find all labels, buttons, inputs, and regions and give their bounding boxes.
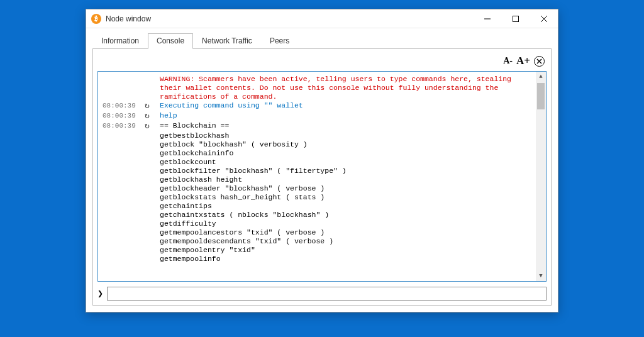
help-command: getmempooldescendants "txid" ( verbose ) (160, 237, 532, 246)
svg-rect-1 (513, 16, 518, 21)
help-command: getblockchaininfo (160, 149, 532, 158)
window-title: Node window (106, 14, 151, 23)
help-command: getbestblockhash (160, 131, 532, 140)
help-command: getblock "blockhash" ( verbosity ) (160, 140, 532, 149)
scroll-down-icon[interactable]: ▼ (536, 271, 546, 281)
console-message: help (160, 111, 532, 120)
tab-network-traffic[interactable]: Network Traffic (193, 33, 261, 49)
command-input-row: ❯ (97, 287, 547, 301)
help-command: getmempoolancestors "txid" ( verbose ) (160, 228, 532, 237)
console-row: 08:00:39↻Executing command using "" wall… (103, 101, 532, 111)
console-panel: A- A+ WARNING: Scammers have been active… (92, 49, 552, 306)
clear-console-button[interactable] (534, 56, 545, 67)
tab-information[interactable]: Information (92, 33, 148, 49)
tab-console[interactable]: Console (148, 33, 193, 49)
node-window: ₿ Node window Information Console Networ… (86, 9, 558, 312)
help-command: getblockfilter "blockhash" ( "filtertype… (160, 167, 532, 175)
close-icon (541, 16, 547, 22)
scroll-up-icon[interactable]: ▲ (536, 72, 546, 82)
titlebar: ₿ Node window (86, 9, 558, 28)
font-increase-button[interactable]: A+ (516, 55, 530, 67)
command-input[interactable] (107, 287, 547, 301)
console-message: == Blockchain == (160, 121, 532, 130)
console-message: Executing command using "" wallet (160, 101, 532, 110)
timestamp: 08:00:39 (103, 121, 145, 130)
close-button[interactable] (530, 9, 558, 28)
help-command: getblockhash height (160, 175, 532, 184)
help-command: getchaintxstats ( nblocks "blockhash" ) (160, 211, 532, 219)
help-command: getmempoolentry "txid" (160, 246, 532, 255)
prompt-icon: ❯ (97, 288, 103, 299)
help-command: getmempoolinfo (160, 255, 532, 263)
console-output[interactable]: WARNING: Scammers have been active, tell… (97, 71, 547, 282)
minimize-icon (484, 16, 491, 22)
tab-bar: Information Console Network Traffic Peer… (92, 33, 552, 49)
help-command: getblockstats hash_or_height ( stats ) (160, 193, 532, 202)
help-command: getblockheader "blockhash" ( verbose ) (160, 184, 532, 193)
console-row: 08:00:39↻== Blockchain == (103, 121, 532, 131)
reply-icon: ↻ (145, 121, 160, 131)
console-row: 08:00:39↻help (103, 111, 532, 121)
timestamp: 08:00:39 (103, 101, 145, 110)
minimize-button[interactable] (473, 9, 501, 28)
help-command: getchaintips (160, 202, 532, 211)
scrollbar[interactable]: ▲ ▼ (536, 72, 546, 281)
reply-icon: ↻ (145, 101, 160, 111)
reply-icon: ↻ (145, 111, 160, 121)
tab-peers[interactable]: Peers (261, 33, 298, 49)
window-controls (473, 9, 558, 28)
font-decrease-button[interactable]: A- (503, 56, 513, 66)
maximize-button[interactable] (501, 9, 530, 28)
maximize-icon (513, 16, 519, 22)
scroll-thumb[interactable] (537, 83, 545, 109)
timestamp: 08:00:39 (103, 111, 145, 120)
help-command: getdifficulty (160, 219, 532, 228)
console-toolbar: A- A+ (97, 53, 547, 71)
help-command: getblockcount (160, 158, 532, 167)
content-area: Information Console Network Traffic Peer… (86, 28, 558, 312)
console-warning: WARNING: Scammers have been active, tell… (160, 75, 532, 101)
bitcoin-icon: ₿ (91, 14, 101, 24)
clear-icon (536, 58, 542, 64)
